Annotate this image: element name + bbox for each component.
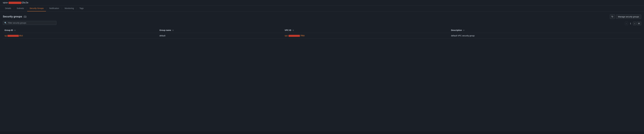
- col-group-id-label: Group ID: [4, 29, 13, 31]
- filter-bar: 🔍: [3, 21, 56, 25]
- section-actions: ↻ Manage security groups: [610, 14, 641, 19]
- group-id-suffix: 8fc0: [19, 35, 23, 37]
- col-group-id-sort-icon[interactable]: ▽: [14, 30, 16, 31]
- group-name-value: default: [160, 35, 165, 37]
- security-groups-table: Group ID ▽ Group name ▽ VPC ID ▽ Descrip…: [3, 28, 641, 39]
- filter-input-wrapper: 🔍: [3, 21, 56, 25]
- pagination-settings-button[interactable]: ⚙: [637, 22, 641, 25]
- col-vpc-id: VPC ID ▽: [283, 28, 450, 33]
- vpc-id-suffix: 7ff68: [300, 35, 304, 37]
- search-icon: 🔍: [4, 22, 7, 24]
- tab-monitoring[interactable]: Monitoring: [62, 5, 76, 11]
- vpc-id-label: vpce- t2bc3e: [3, 1, 28, 4]
- col-group-id: Group ID ▽: [3, 28, 158, 33]
- cell-vpc-id: vpc- 7ff68: [283, 33, 450, 39]
- vpc-prefix: vpce-: [3, 1, 8, 4]
- table-row: sg- 8fc0 default vpc- 7ff68 default VPC …: [3, 33, 641, 39]
- vpc-id-redacted: [8, 2, 21, 4]
- manage-security-groups-button[interactable]: Manage security groups: [616, 15, 641, 19]
- tab-divider-2: |: [26, 7, 27, 9]
- tab-tags[interactable]: Tags: [77, 5, 86, 11]
- description-value: default VPC security group: [451, 35, 475, 37]
- section-title-text: Security groups: [3, 15, 22, 18]
- section-count: (1): [24, 15, 26, 18]
- pagination-current: 1: [629, 22, 632, 25]
- filter-pagination-row: 🔍 ‹ 1 › ⚙: [3, 21, 641, 27]
- top-bar: vpce- t2bc3e: [0, 0, 644, 5]
- pagination-next-button[interactable]: ›: [633, 22, 636, 25]
- tab-subnets[interactable]: Subnets: [14, 5, 26, 11]
- col-group-name-label: Group name: [160, 29, 171, 31]
- group-id-redacted: [8, 35, 19, 37]
- col-description-label: Description: [451, 29, 462, 31]
- section-header: Security groups (1) ↻ Manage security gr…: [3, 14, 641, 19]
- cell-description: default VPC security group: [450, 33, 641, 39]
- cell-group-id: sg- 8fc0: [3, 33, 158, 39]
- tab-notification[interactable]: Notification: [47, 5, 61, 11]
- tab-divider-3: |: [46, 7, 47, 9]
- vpc-suffix: t2bc3e: [22, 1, 28, 4]
- tab-details[interactable]: Details: [3, 5, 14, 11]
- col-vpc-id-sort-icon[interactable]: ▽: [293, 30, 294, 31]
- pagination-prev-button[interactable]: ‹: [625, 22, 628, 25]
- col-description: Description ▽: [450, 28, 641, 33]
- table-header: Group ID ▽ Group name ▽ VPC ID ▽ Descrip…: [3, 28, 641, 33]
- section-title: Security groups (1): [3, 15, 26, 18]
- nav-tabs: Details | Subnets | Security Groups | No…: [0, 5, 644, 11]
- col-vpc-id-label: VPC ID: [285, 29, 291, 31]
- main-content: Security groups (1) ↻ Manage security gr…: [0, 11, 644, 132]
- tab-divider-1: |: [14, 7, 14, 9]
- col-group-name-sort-icon[interactable]: ▽: [172, 30, 174, 31]
- vpc-id-prefix: vpc-: [285, 35, 288, 37]
- cell-group-name: default: [158, 33, 283, 39]
- table-body: sg- 8fc0 default vpc- 7ff68 default VPC …: [3, 33, 641, 39]
- refresh-button[interactable]: ↻: [610, 14, 615, 19]
- vpc-id-redacted: [288, 35, 300, 37]
- group-id-prefix: sg-: [4, 35, 7, 37]
- vpc-id-link[interactable]: vpc- 7ff68: [285, 35, 304, 37]
- pagination-row: ‹ 1 › ⚙: [625, 22, 641, 25]
- group-id-link[interactable]: sg- 8fc0: [4, 35, 23, 37]
- section-title-group: Security groups (1): [3, 15, 26, 18]
- col-group-name: Group name ▽: [158, 28, 283, 33]
- filter-input[interactable]: [8, 22, 55, 24]
- table-header-row: Group ID ▽ Group name ▽ VPC ID ▽ Descrip…: [3, 28, 641, 33]
- tab-divider-4: |: [62, 7, 62, 9]
- tab-security-groups[interactable]: Security Groups: [27, 5, 46, 11]
- tab-divider-5: |: [76, 7, 77, 9]
- col-description-sort-icon[interactable]: ▽: [463, 30, 464, 31]
